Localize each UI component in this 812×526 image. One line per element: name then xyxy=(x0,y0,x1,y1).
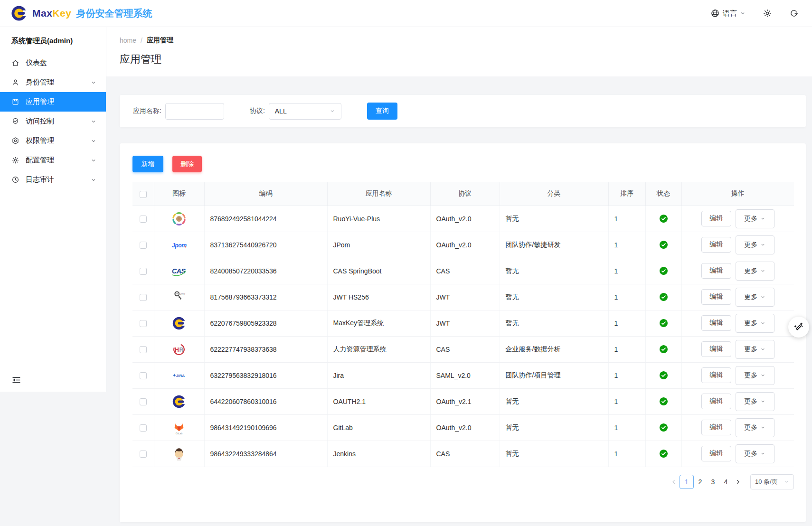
breadcrumb-home-link[interactable]: home xyxy=(120,37,136,44)
edit-button[interactable]: 编辑 xyxy=(701,289,731,305)
sidebar-item-audit[interactable]: 日志审计 xyxy=(0,170,106,189)
more-label: 更多 xyxy=(744,423,757,432)
sidebar-item-permissions[interactable]: 权限管理 xyxy=(0,131,106,150)
more-button[interactable]: 更多 xyxy=(736,392,774,411)
status-enabled-icon xyxy=(659,423,668,432)
protocol-select[interactable]: ALL xyxy=(269,103,341,120)
more-button[interactable]: 更多 xyxy=(736,288,774,307)
clock-icon xyxy=(11,176,19,184)
row-checkbox[interactable] xyxy=(140,242,147,249)
sidebar-column: 系统管理员(admin) 仪表盘 身份管理 应用管理 访问控制 权限管理 配置管… xyxy=(0,27,106,526)
user-icon xyxy=(11,78,19,86)
sidebar-item-dashboard[interactable]: 仪表盘 xyxy=(0,53,106,73)
page-number-button[interactable]: 3 xyxy=(707,475,719,489)
app-name: JPom xyxy=(327,232,430,258)
app-name-filter-input[interactable] xyxy=(165,103,224,120)
edit-button[interactable]: 编辑 xyxy=(701,446,731,461)
sidebar-item-config[interactable]: 配置管理 xyxy=(0,150,106,170)
more-button[interactable]: 更多 xyxy=(736,366,774,385)
app-code: 986432249333284864 xyxy=(204,441,327,467)
edit-button[interactable]: 编辑 xyxy=(701,315,731,331)
row-checkbox[interactable] xyxy=(140,424,147,432)
edit-button[interactable]: 编辑 xyxy=(701,237,731,253)
app-category: 暂无 xyxy=(500,441,608,467)
table-row: JIRA 632279563832918016 Jira SAML_v2.0 团… xyxy=(132,362,794,388)
chevron-down-icon xyxy=(784,479,789,484)
app-sort: 1 xyxy=(608,388,645,414)
status-enabled-icon xyxy=(659,345,668,354)
more-button[interactable]: 更多 xyxy=(736,340,774,359)
edit-button[interactable]: 编辑 xyxy=(701,341,731,357)
more-button[interactable]: 更多 xyxy=(736,262,774,281)
more-button[interactable]: 更多 xyxy=(736,314,774,333)
app-protocol: OAuth_v2.1 xyxy=(430,388,500,414)
row-checkbox[interactable] xyxy=(140,372,147,379)
app-sort: 1 xyxy=(608,232,645,258)
app-code: 824008507220033536 xyxy=(204,258,327,284)
app-protocol: JWT xyxy=(430,310,500,336)
theme-helper-button[interactable] xyxy=(788,317,809,338)
breadcrumb: home / 应用管理 xyxy=(120,36,812,45)
app-code: 632279563832918016 xyxy=(204,362,327,388)
more-label: 更多 xyxy=(744,345,757,354)
delete-button[interactable]: 删除 xyxy=(172,156,202,172)
app-name: 人力资源管理系统 xyxy=(327,336,430,362)
chevron-down-icon xyxy=(760,399,765,404)
app-code: 622076759805923328 xyxy=(204,310,327,336)
sidebar-item-access[interactable]: 访问控制 xyxy=(0,112,106,131)
row-checkbox[interactable] xyxy=(140,216,147,223)
more-button[interactable]: 更多 xyxy=(736,235,774,254)
row-checkbox[interactable] xyxy=(140,398,147,405)
page-number-button[interactable]: 2 xyxy=(694,475,707,489)
more-button[interactable]: 更多 xyxy=(736,418,774,437)
app-code: 986431492190109696 xyxy=(204,414,327,441)
sidebar-fold-icon[interactable] xyxy=(11,375,21,385)
app-name-filter-label: 应用名称: xyxy=(133,107,161,115)
row-checkbox[interactable] xyxy=(140,294,147,301)
sidebar-item-apps[interactable]: 应用管理 xyxy=(0,92,106,112)
row-checkbox[interactable] xyxy=(140,320,147,327)
row-checkbox[interactable] xyxy=(140,268,147,275)
chevron-down-icon xyxy=(760,373,765,378)
chevron-down-icon xyxy=(760,242,765,247)
pagination-pages: 1234 xyxy=(680,475,732,489)
language-menu[interactable]: 语言 xyxy=(710,9,746,18)
edit-button[interactable]: 编辑 xyxy=(701,420,731,435)
more-button[interactable]: 更多 xyxy=(736,209,774,228)
page-size-select[interactable]: 10 条/页 xyxy=(750,474,794,489)
sidebar-item-label: 配置管理 xyxy=(26,156,54,165)
chevron-down-icon xyxy=(91,119,96,124)
app-sort: 1 xyxy=(608,284,645,310)
app-name: GitLab xyxy=(327,414,430,441)
more-label: 更多 xyxy=(744,319,757,328)
settings-gear-icon[interactable] xyxy=(763,9,772,18)
edit-button[interactable]: 编辑 xyxy=(701,211,731,226)
add-button[interactable]: 新增 xyxy=(132,156,163,172)
more-label: 更多 xyxy=(744,450,757,458)
edit-button[interactable]: 编辑 xyxy=(701,394,731,409)
prev-page-button[interactable] xyxy=(668,479,680,485)
app-sort: 1 xyxy=(608,362,645,388)
breadcrumb-separator: / xyxy=(141,37,142,44)
page-number-button[interactable]: 1 xyxy=(680,475,694,489)
app-code: 876892492581044224 xyxy=(204,206,327,232)
sidebar-item-identity[interactable]: 身份管理 xyxy=(0,73,106,92)
row-checkbox[interactable] xyxy=(140,346,147,353)
brand-name: MaxKey xyxy=(32,8,71,19)
logout-icon[interactable] xyxy=(789,9,799,18)
pagination: 1234 10 条/页 xyxy=(132,474,794,489)
app-sort: 1 xyxy=(608,258,645,284)
edit-button[interactable]: 编辑 xyxy=(701,367,731,383)
app-sort: 1 xyxy=(608,206,645,232)
gitlab-logo-icon: GitLab xyxy=(171,420,187,436)
row-checkbox[interactable] xyxy=(140,451,147,458)
search-button[interactable]: 查询 xyxy=(367,103,397,120)
edit-button[interactable]: 编辑 xyxy=(701,263,731,279)
next-page-button[interactable] xyxy=(732,479,744,485)
select-all-checkbox[interactable] xyxy=(140,191,147,198)
sidebar-item-label: 应用管理 xyxy=(26,97,54,106)
more-button[interactable]: 更多 xyxy=(736,444,774,463)
page-number-button[interactable]: 4 xyxy=(719,475,732,489)
maxkey-logo-icon xyxy=(171,315,187,331)
brand-title: 身份安全管理系统 xyxy=(76,7,152,20)
